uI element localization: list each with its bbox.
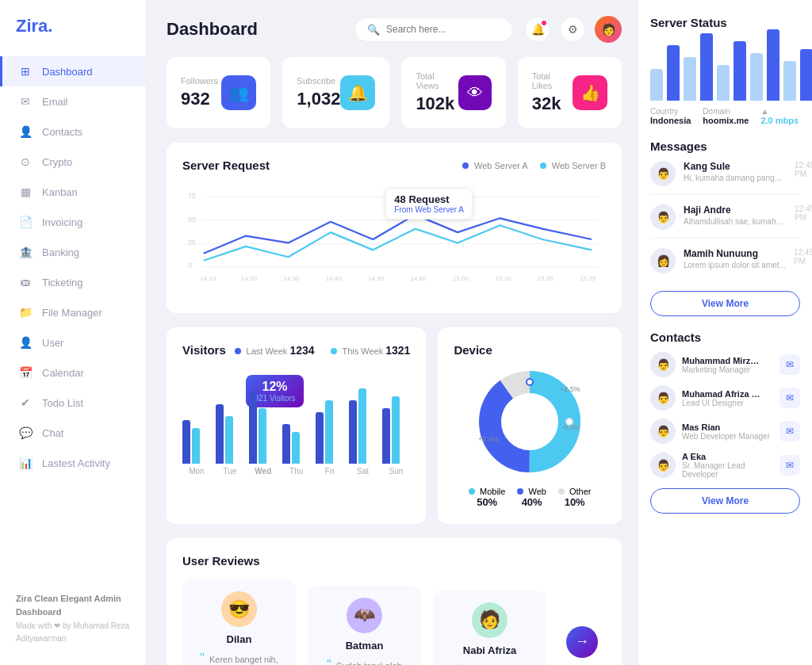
donut-container: +2.5% -0.5% +0.4% Mobile 50%: [454, 366, 606, 508]
bar-light-0: [192, 428, 200, 464]
contact-avatar-2: 👨: [650, 418, 676, 444]
sidebar-item-label: Crypto: [42, 156, 72, 168]
messages-section: Messages 👨 Kang Sule Hi, kumaha damang p…: [650, 139, 800, 316]
review-card-0: 😎 Dilan " Keren banget nih, mesti punya …: [182, 579, 296, 665]
bar-group-tue: [216, 404, 244, 464]
contact-avatar-3: 👨: [650, 453, 676, 478]
contact-name-0: Muhammad Mirza Satria...: [682, 356, 761, 365]
review-avatar-2: 🧑: [472, 602, 508, 638]
server-bar-0: [650, 69, 663, 101]
bar-light-1: [225, 416, 233, 464]
contacts-view-more-button[interactable]: View More: [650, 488, 800, 514]
bar-label-sat: Sat: [349, 467, 377, 476]
sidebar-item-banking[interactable]: 🏦 Banking: [0, 237, 146, 267]
header: Dashboard 🔍 🔔 ⚙ 🧑: [167, 16, 622, 43]
stat-icon-subscribe: 🔔: [340, 75, 375, 110]
msg-time-0: 12:45 PM: [795, 161, 812, 178]
bar-light-6: [392, 396, 400, 464]
stat-icon-likes: 👍: [573, 75, 607, 110]
server-bar-4: [717, 65, 730, 101]
svg-text:15.10: 15.10: [495, 275, 511, 282]
stat-icon-followers: 👥: [221, 75, 256, 110]
sidebar-item-calendar[interactable]: 📅 Calendar: [0, 357, 146, 388]
bar-label-thu: Thu: [282, 467, 311, 476]
search-bar[interactable]: 🔍: [354, 17, 513, 42]
chart-legend: Web Server A Web Server B: [462, 161, 606, 170]
banking-icon: 🏦: [18, 245, 33, 259]
header-icons: 🔔 ⚙ 🧑: [525, 16, 622, 43]
bar-light-5: [358, 388, 366, 464]
svg-text:25: 25: [188, 239, 196, 247]
svg-text:14.40: 14.40: [326, 275, 343, 282]
message-item-2[interactable]: 👩 Mamih Nunuung Lorem ipsum dolor sit am…: [650, 248, 800, 281]
kanban-icon: ▦: [18, 185, 33, 199]
legend-dot-a: [462, 162, 469, 169]
visitors-header: Visitors Last Week 1234 This Week 1321: [182, 343, 410, 357]
sidebar-item-invoicing[interactable]: 📄 Invoicing: [0, 207, 146, 237]
bar-group-fri: [316, 400, 344, 464]
stat-likes: Total Likes 32k 👍: [518, 57, 622, 128]
stat-icon-views: 👁: [458, 75, 492, 110]
bar-group-mon: [182, 420, 211, 464]
contact-mail-3[interactable]: ✉: [779, 455, 800, 476]
donut-chart: +2.5% -0.5% +0.4%: [474, 366, 585, 477]
reviews-next-button[interactable]: →: [566, 626, 598, 658]
review-card-1: 🦇 Batman " Sudah teruji oleh saya, ok ba…: [308, 586, 421, 665]
visitors-device-row: Visitors Last Week 1234 This Week 1321: [167, 327, 622, 524]
bar-x-labels: MonTueWedThuFriSatSun: [182, 467, 410, 476]
server-status-section: Server Status Country Indonesia Domain h…: [650, 16, 800, 125]
sidebar-item-crypto[interactable]: ⊙ Crypto: [0, 147, 146, 177]
app-logo: Zira.: [0, 16, 146, 56]
message-item-1[interactable]: 👨 Haji Andre Alhamdullisah sae, kumaha p…: [650, 204, 800, 239]
contact-role-2: Web Developer Manager: [682, 432, 773, 441]
contact-mail-1[interactable]: ✉: [779, 388, 800, 408]
sidebar-item-contacts[interactable]: 👤 Contacts: [0, 117, 146, 147]
sidebar-item-chat[interactable]: 💬 Chat: [0, 418, 146, 448]
svg-text:50: 50: [188, 216, 196, 224]
sidebar-item-ticketing[interactable]: 🎟 Ticketing: [0, 267, 146, 297]
bar-dark-5: [349, 400, 357, 464]
message-item-0[interactable]: 👨 Kang Sule Hi, kumaha damang pangeran g…: [650, 161, 800, 195]
legend-a: Web Server A: [462, 161, 528, 170]
bar-light-2: [259, 408, 266, 464]
stat-label-likes: Total Likes: [532, 71, 573, 90]
legend-b: Web Server B: [540, 161, 606, 170]
sidebar-item-todo[interactable]: ✔ Todo List: [0, 388, 146, 418]
ticketing-icon: 🎟: [18, 275, 33, 289]
svg-text:+2.5%: +2.5%: [560, 385, 580, 393]
notification-button[interactable]: 🔔: [525, 17, 550, 42]
stat-views: Total Views 102k 👁: [401, 57, 505, 128]
contact-item-1: 👨 Muhamad Afriza Fockrhu... Lead UI Desi…: [650, 385, 800, 411]
sidebar-item-user[interactable]: 👤 User: [0, 327, 146, 357]
server-request-header: Server Request Web Server A Web Server B: [182, 159, 606, 172]
sidebar-item-activity[interactable]: 📊 Lastest Activity: [0, 448, 146, 478]
sidebar: Zira. ⊞ Dashboard ✉ Email 👤 Contacts ⊙ C…: [0, 0, 147, 665]
settings-button[interactable]: ⚙: [560, 17, 585, 42]
server-info: Country Indonesia Domain hoomix.me ▲ 2.0…: [650, 107, 800, 125]
sidebar-item-dashboard[interactable]: ⊞ Dashboard: [0, 56, 146, 86]
svg-text:14.50: 14.50: [368, 275, 385, 282]
sidebar-item-label: User: [42, 337, 63, 349]
visitors-title: Visitors: [182, 343, 226, 357]
server-bar-7: [767, 29, 779, 101]
bar-light-3: [292, 432, 300, 464]
search-input[interactable]: [386, 24, 500, 35]
sidebar-item-kanban[interactable]: ▦ Kanban: [0, 177, 146, 207]
bar-label-sun: Sun: [382, 467, 411, 476]
contact-mail-0[interactable]: ✉: [779, 354, 800, 375]
device-title: Device: [454, 343, 606, 357]
bar-group-thu: [282, 424, 311, 464]
msg-text-0: Hi, kumaha damang pangeran gar...: [684, 174, 787, 182]
contact-mail-2[interactable]: ✉: [779, 421, 800, 441]
sidebar-item-email[interactable]: ✉ Email: [0, 86, 146, 117]
stat-value-followers: 932: [181, 89, 218, 109]
user-avatar[interactable]: 🧑: [595, 16, 622, 43]
sidebar-item-file-manager[interactable]: 📁 File Manager: [0, 297, 146, 327]
messages-title: Messages: [650, 139, 800, 153]
server-request-card: Server Request Web Server A Web Server B…: [167, 143, 622, 313]
stat-value-views: 102k: [416, 94, 458, 114]
reviews-grid: 😎 Dilan " Keren banget nih, mesti punya …: [182, 579, 606, 665]
contact-item-0: 👨 Muhammad Mirza Satria... Marketing Man…: [650, 352, 800, 377]
stat-followers: Followers 932 👥: [167, 57, 270, 128]
messages-view-more-button[interactable]: View More: [650, 291, 800, 316]
